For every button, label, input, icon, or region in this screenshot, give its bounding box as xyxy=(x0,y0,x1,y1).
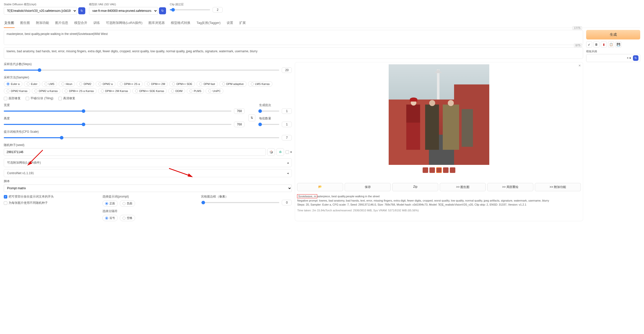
to-extras-button[interactable]: >> 附加功能 xyxy=(535,183,581,191)
variable-front-check[interactable]: ✓把可变部分放在提示词文本的开头 xyxy=(4,195,95,199)
time-taken: Time taken: 2m 15.84sTorch active/reserv… xyxy=(297,208,581,213)
bookmark-icon[interactable]: ▮ xyxy=(601,41,607,47)
sampler-opt[interactable]: DPM adaptive xyxy=(219,81,247,87)
tab-lora[interactable]: 可选附加网络(LoRA插件) xyxy=(105,19,143,28)
sampler-opt[interactable]: DPM2 xyxy=(76,81,94,87)
tab-tagger[interactable]: Tag反推(Tagger) xyxy=(196,19,221,28)
to-inpaint-button[interactable]: >> 局部重绘 xyxy=(487,183,533,191)
face-restore-check[interactable]: 面部修复 xyxy=(4,96,21,101)
hires-check[interactable]: 高清修复 xyxy=(58,96,75,101)
tab-settings[interactable]: 设置 xyxy=(226,19,234,28)
to-img2img-button[interactable]: >> 图生图 xyxy=(440,183,486,191)
clipboard-icon[interactable]: 📋 xyxy=(608,41,614,47)
seed-extra-check[interactable]: ▾ xyxy=(286,150,292,154)
height-value[interactable]: 768 xyxy=(234,122,245,127)
sampler-opt[interactable]: PLMS xyxy=(187,88,204,94)
generate-button[interactable]: 生成 xyxy=(586,30,640,39)
sampler-opt[interactable]: DPM++ 2M Karras xyxy=(98,88,131,94)
batch-size-slider[interactable] xyxy=(259,124,279,125)
controlnet-accordion[interactable]: ControlNet v1.1.191◂ xyxy=(4,169,292,177)
trash-icon[interactable]: 🗑 xyxy=(593,41,599,47)
close-icon[interactable]: ✕ xyxy=(578,64,581,67)
negative-prompt-input[interactable]: lowres, bad anatomy, bad hands, text, er… xyxy=(4,47,583,59)
width-value[interactable]: 768 xyxy=(234,108,245,114)
save-button[interactable]: 保存 xyxy=(345,183,391,191)
style-label: 模板风格 xyxy=(586,50,640,53)
thumbnail[interactable] xyxy=(450,167,455,173)
refresh-style-icon[interactable]: ↻ xyxy=(633,55,638,61)
sampler-opt[interactable]: Euler xyxy=(24,81,40,87)
sampler-opt[interactable]: Euler a xyxy=(4,81,22,87)
steps-value[interactable]: 20 xyxy=(282,67,292,73)
clip-value[interactable]: 2 xyxy=(213,7,223,13)
zip-button[interactable]: Zip xyxy=(392,183,438,191)
positive-prompt-input[interactable]: masterpiece, best quality,people walking… xyxy=(4,30,583,45)
save-preset-icon[interactable]: 💾 xyxy=(615,41,621,47)
seed-input[interactable] xyxy=(4,148,266,156)
sampler-opt[interactable]: DPM++ SDE Karras xyxy=(132,88,167,94)
tab-train[interactable]: 训练 xyxy=(93,19,100,28)
sampler-opt[interactable]: DPM2 a xyxy=(96,81,115,87)
batch-count-slider[interactable] xyxy=(259,111,279,112)
positive-token-count: 17/75 xyxy=(572,26,582,30)
tab-extras[interactable]: 附加功能 xyxy=(35,19,50,28)
margin-value[interactable]: 0 xyxy=(282,200,292,205)
vae-select[interactable]: vae-ft-mse-840000-ema-pruned.safetensors xyxy=(89,7,158,15)
script-select[interactable]: Prompt matrix xyxy=(4,184,292,192)
info-highlight: Sovietwave, m xyxy=(297,194,317,198)
sampler-opt[interactable]: DPM2 a Karras xyxy=(32,88,60,94)
width-slider[interactable] xyxy=(4,111,231,112)
batch-count-value[interactable]: 1 xyxy=(282,108,292,114)
arrow-icon[interactable]: ↙ xyxy=(586,41,592,47)
thumbnail[interactable] xyxy=(423,167,428,173)
sampler-opt[interactable]: DPM++ 2S a Karras xyxy=(62,88,96,94)
sep-comma-radio[interactable]: 逗号 xyxy=(102,215,118,221)
tiling-check[interactable]: 平铺/分块 (Tiling) xyxy=(26,96,53,101)
clip-slider[interactable] xyxy=(170,9,210,10)
thumbnail[interactable] xyxy=(429,167,435,173)
lora-accordion[interactable]: 可选附加网络(LoRA插件)◂ xyxy=(4,158,292,167)
dice-icon[interactable]: 🎲 xyxy=(267,148,275,156)
sampler-opt[interactable]: DPM++ 2S a xyxy=(117,81,143,87)
chevron-left-icon: ◂ xyxy=(287,161,289,165)
width-label: 宽度 xyxy=(4,103,245,107)
batch-size-value[interactable]: 1 xyxy=(282,122,292,127)
sampler-opt[interactable]: LMS Karras xyxy=(248,81,272,87)
generation-info: Sovietwave, masterpiece, best quality,pe… xyxy=(297,194,581,212)
tab-pnginfo[interactable]: 图片信息 xyxy=(55,19,69,28)
tab-extensions[interactable]: 扩展 xyxy=(239,19,246,28)
steps-slider[interactable] xyxy=(4,70,279,71)
open-folder-button[interactable]: 📂 xyxy=(297,183,343,191)
recycle-icon[interactable]: ♻ xyxy=(276,148,284,156)
sampler-opt[interactable]: DPM++ SDE xyxy=(169,81,195,87)
tab-gallery[interactable]: 图库浏览器 xyxy=(148,19,165,28)
swap-dims-button[interactable]: ⇅ xyxy=(248,114,255,121)
sampler-opt[interactable]: DPM++ 2M xyxy=(144,81,168,87)
tab-txt2img[interactable]: 文生图 xyxy=(4,19,15,28)
sampler-opt[interactable]: Heun xyxy=(59,81,75,87)
thumbnail[interactable] xyxy=(443,167,449,173)
refresh-model-icon[interactable]: ↻ xyxy=(78,7,85,14)
prompt-positive-radio[interactable]: 正面 xyxy=(102,200,118,207)
sampler-opt[interactable]: DPM fast xyxy=(196,81,218,87)
refresh-vae-icon[interactable]: ↻ xyxy=(159,7,166,14)
sampler-opt[interactable]: DDIM xyxy=(168,88,185,94)
style-select[interactable]: × ▾ ↻ xyxy=(586,54,640,62)
margin-slider[interactable] xyxy=(201,202,279,203)
sep-space-radio[interactable]: 空格 xyxy=(120,215,135,221)
thumbnail[interactable] xyxy=(436,167,442,173)
tab-img2img[interactable]: 图生图 xyxy=(20,19,30,28)
sampler-opt[interactable]: UniPC xyxy=(206,88,223,94)
cfg-slider[interactable] xyxy=(4,137,279,138)
height-slider[interactable] xyxy=(4,124,231,125)
model-select[interactable]: 写实\realisticVisionV20_v20.safetensors [c… xyxy=(4,7,77,15)
generated-image[interactable] xyxy=(389,64,489,165)
sampler-opt[interactable]: DPM2 Karras xyxy=(4,88,30,94)
clear-icon[interactable]: × ▾ xyxy=(627,56,631,60)
sampler-opt[interactable]: LMS xyxy=(42,81,57,87)
cfg-value[interactable]: 7 xyxy=(282,135,292,140)
diff-seed-check[interactable]: 为每张图片使用不同随机种子 xyxy=(4,201,95,205)
tab-merge[interactable]: 模型合并 xyxy=(74,19,88,28)
tab-convert[interactable]: 模型格式转换 xyxy=(170,19,191,28)
prompt-negative-radio[interactable]: 负面 xyxy=(120,200,135,207)
